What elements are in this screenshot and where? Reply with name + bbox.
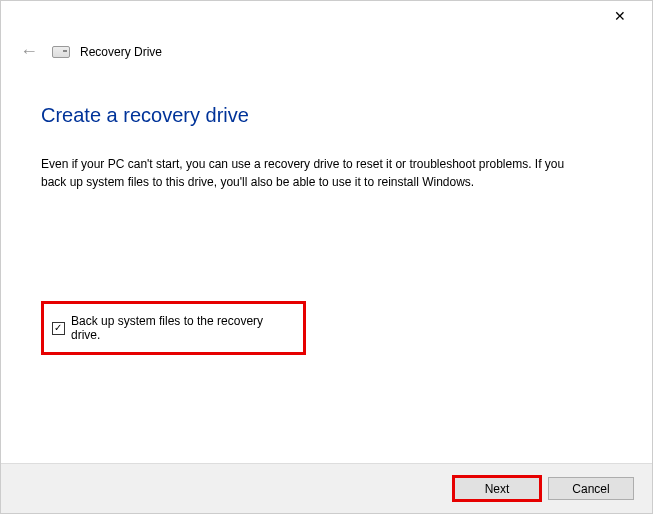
- cancel-button[interactable]: Cancel: [548, 477, 634, 500]
- content-area: Create a recovery drive Even if your PC …: [1, 64, 652, 355]
- close-button[interactable]: ✕: [600, 2, 640, 30]
- page-description: Even if your PC can't start, you can use…: [41, 155, 581, 191]
- backup-checkbox[interactable]: ✓: [52, 322, 65, 335]
- page-heading: Create a recovery drive: [41, 104, 612, 127]
- close-icon: ✕: [614, 8, 626, 24]
- wizard-footer: Next Cancel: [1, 463, 652, 513]
- backup-checkbox-row[interactable]: ✓ Back up system files to the recovery d…: [41, 301, 306, 355]
- checkmark-icon: ✓: [54, 323, 62, 333]
- back-arrow-icon: ←: [16, 39, 42, 64]
- drive-icon: [52, 46, 70, 58]
- titlebar: ✕: [1, 1, 652, 31]
- backup-checkbox-label: Back up system files to the recovery dri…: [71, 314, 295, 342]
- wizard-title: Recovery Drive: [80, 45, 162, 59]
- wizard-header: ← Recovery Drive: [1, 31, 652, 64]
- next-button[interactable]: Next: [454, 477, 540, 500]
